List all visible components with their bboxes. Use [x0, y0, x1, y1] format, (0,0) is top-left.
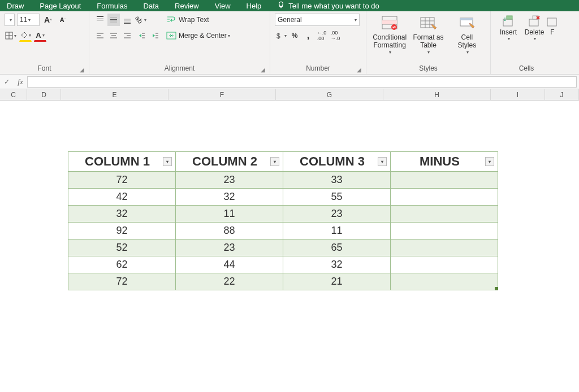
align-middle-button[interactable]: [107, 14, 120, 26]
table-resize-handle[interactable]: [495, 287, 498, 290]
worksheet-area[interactable]: COLUMN 1▾COLUMN 2▾COLUMN 3▾MINUS▾ 722333…: [0, 101, 579, 392]
svg-rect-46: [507, 16, 512, 19]
lightbulb-icon: [277, 1, 285, 11]
group-label-styles: Styles: [419, 64, 438, 72]
filter-dropdown-icon[interactable]: ▾: [485, 157, 494, 166]
table-cell[interactable]: 23: [176, 172, 283, 189]
conditional-formatting-button[interactable]: Conditional Formatting▾: [371, 14, 408, 55]
column-header-E[interactable]: E: [61, 89, 168, 100]
menu-view[interactable]: View: [215, 2, 231, 10]
column-header-F[interactable]: F: [168, 89, 276, 100]
borders-button[interactable]: [5, 29, 17, 42]
table-cell[interactable]: [391, 189, 498, 206]
number-dialog-launcher[interactable]: ◢: [357, 67, 361, 73]
menu-draw[interactable]: Draw: [7, 2, 24, 10]
fx-label[interactable]: fx: [14, 77, 27, 86]
align-center-button[interactable]: [107, 29, 120, 42]
table-cell[interactable]: 72: [68, 273, 176, 290]
column-header-J[interactable]: J: [545, 89, 579, 100]
cell-styles-button[interactable]: Cell Styles▾: [448, 14, 486, 55]
font-dialog-launcher[interactable]: ◢: [80, 67, 84, 73]
wrap-text-button[interactable]: Wrap Text: [164, 14, 249, 26]
percent-button[interactable]: %: [288, 29, 301, 42]
insert-cells-icon: [502, 15, 515, 28]
shrink-font-button[interactable]: Aˇ: [57, 14, 69, 26]
increase-indent-button[interactable]: [148, 29, 161, 42]
table-cell[interactable]: 44: [176, 256, 283, 273]
grow-font-button[interactable]: A^: [42, 14, 54, 26]
align-right-button[interactable]: [121, 29, 133, 42]
table-header[interactable]: COLUMN 3▾: [283, 152, 391, 172]
table-header[interactable]: MINUS▾: [391, 152, 498, 172]
table-header[interactable]: COLUMN 2▾: [176, 152, 283, 172]
delete-button[interactable]: Delete▾: [521, 14, 547, 41]
formula-cancel-button[interactable]: ✓: [0, 78, 14, 86]
table-cell[interactable]: 32: [176, 189, 283, 206]
table-cell[interactable]: 21: [283, 273, 391, 290]
align-top-button[interactable]: [94, 14, 106, 26]
merge-center-button[interactable]: Merge & Center: [164, 29, 249, 42]
font-size-value: 11: [20, 16, 27, 24]
group-label-cells: Cells: [519, 64, 534, 72]
table-cell[interactable]: 32: [68, 206, 176, 223]
format-button-partial[interactable]: F: [547, 14, 558, 36]
increase-decimal-button[interactable]: ←.0.00: [316, 29, 328, 42]
insert-button[interactable]: Insert▾: [495, 14, 521, 41]
align-left-button[interactable]: [94, 29, 106, 42]
decrease-indent-button[interactable]: [135, 29, 147, 42]
table-cell[interactable]: 23: [176, 239, 283, 256]
format-as-table-button[interactable]: Format as Table▾: [409, 14, 447, 55]
table-cell[interactable]: 92: [68, 223, 176, 239]
filter-dropdown-icon[interactable]: ▾: [378, 157, 387, 166]
table-cell[interactable]: 72: [68, 172, 176, 189]
table-cell[interactable]: 33: [283, 172, 391, 189]
decrease-decimal-button[interactable]: .00→.0: [329, 29, 342, 42]
column-header-I[interactable]: I: [491, 89, 545, 100]
formula-bar-input[interactable]: [27, 76, 577, 88]
number-format-combo[interactable]: General▾: [275, 14, 360, 26]
table-cell[interactable]: 23: [283, 206, 391, 223]
table-cell[interactable]: 88: [176, 223, 283, 239]
table-cell[interactable]: 65: [283, 239, 391, 256]
svg-rect-44: [460, 18, 473, 20]
accounting-format-button[interactable]: $: [275, 29, 287, 42]
group-label-font: Font: [37, 64, 51, 72]
font-color-button[interactable]: A: [34, 29, 46, 42]
comma-style-button[interactable]: ,: [302, 29, 314, 42]
table-row: 423255: [68, 189, 498, 206]
column-header-H[interactable]: H: [383, 89, 491, 100]
table-cell[interactable]: 11: [283, 223, 391, 239]
table-cell[interactable]: [391, 206, 498, 223]
menu-page-layout[interactable]: Page Layout: [40, 2, 81, 10]
table-cell[interactable]: [391, 172, 498, 189]
table-cell[interactable]: 52: [68, 239, 176, 256]
fill-color-button[interactable]: [19, 29, 32, 42]
menu-review[interactable]: Review: [175, 2, 199, 10]
table-cell[interactable]: [391, 256, 498, 273]
table-cell[interactable]: [391, 223, 498, 239]
table-header[interactable]: COLUMN 1▾: [68, 152, 176, 172]
menu-data[interactable]: Data: [144, 2, 159, 10]
column-header-C[interactable]: C: [0, 89, 27, 100]
filter-dropdown-icon[interactable]: ▾: [270, 157, 279, 166]
menu-formulas[interactable]: Formulas: [97, 2, 127, 10]
table-cell[interactable]: [391, 239, 498, 256]
alignment-dialog-launcher[interactable]: ◢: [261, 67, 265, 73]
table-cell[interactable]: 42: [68, 189, 176, 206]
column-header-D[interactable]: D: [27, 89, 61, 100]
table-cell[interactable]: 22: [176, 273, 283, 290]
align-bottom-button[interactable]: [121, 14, 133, 26]
table-cell[interactable]: 11: [176, 206, 283, 223]
table-cell[interactable]: 62: [68, 256, 176, 273]
table-cell[interactable]: 55: [283, 189, 391, 206]
tell-me-search[interactable]: Tell me what you want to do: [288, 2, 379, 10]
format-label-partial: F: [550, 28, 554, 36]
filter-dropdown-icon[interactable]: ▾: [163, 157, 172, 166]
column-header-G[interactable]: G: [276, 89, 383, 100]
font-family-dropdown[interactable]: [5, 14, 15, 26]
menu-help[interactable]: Help: [247, 2, 262, 10]
font-size-combo[interactable]: 11▾: [17, 14, 40, 26]
orientation-button[interactable]: ab: [135, 14, 147, 26]
table-cell[interactable]: 32: [283, 256, 391, 273]
table-cell[interactable]: [391, 273, 498, 290]
